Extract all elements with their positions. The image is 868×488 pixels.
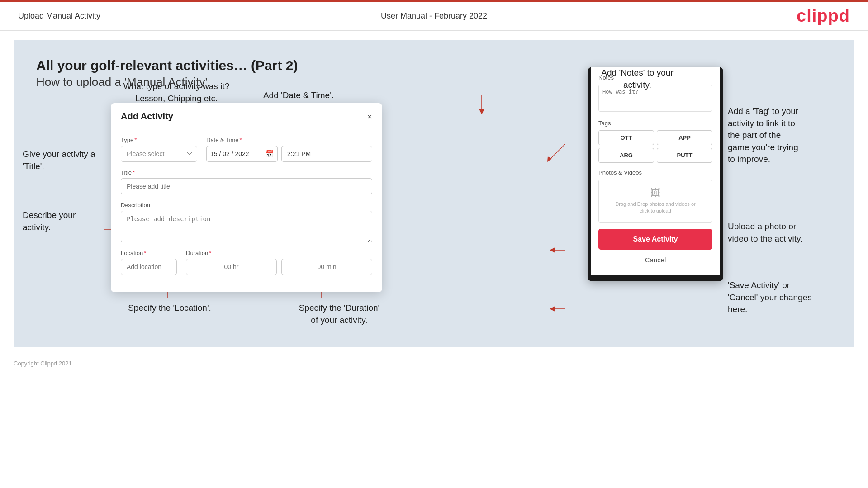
location-input[interactable] (121, 259, 177, 275)
cancel-button[interactable]: Cancel (598, 254, 712, 265)
add-activity-modal: Add Activity × Type* Please select Date … (111, 103, 382, 292)
photos-text: Drag and Drop photos and videos or click… (615, 201, 695, 215)
time-input[interactable] (281, 146, 372, 162)
tag-putt[interactable]: PUTT (657, 148, 712, 163)
ann-tag: Add a 'Tag' to your activity to link it … (728, 105, 845, 166)
datetime-label: Date & Time* (206, 137, 372, 143)
tag-app[interactable]: APP (657, 130, 712, 145)
manual-title: User Manual - February 2022 (381, 11, 487, 21)
ann-date-time: Add 'Date & Time'. (253, 90, 344, 102)
main-content: All your golf-relevant activities… (Part… (14, 40, 854, 347)
svg-marker-17 (550, 247, 555, 253)
phone-bottom-bar (588, 275, 723, 281)
ann-location: Specify the 'Location'. (120, 302, 219, 314)
phone-panel: Notes Tags OTT APP ARG PUTT Photos & Vid… (588, 67, 723, 281)
title-label: Title* (121, 169, 372, 176)
location-group: Location* (121, 250, 177, 275)
title-input[interactable] (121, 178, 372, 194)
ann-notes: Add 'Notes' to your activity. (592, 67, 683, 91)
svg-marker-13 (479, 109, 484, 114)
ann-activity-type: What type of activity was it? Lesson, Ch… (118, 81, 235, 104)
svg-marker-19 (550, 306, 555, 312)
duration-label: Duration* (186, 250, 372, 256)
ann-describe: Describe your activity. (23, 209, 104, 233)
duration-min-input[interactable] (281, 259, 372, 275)
type-select[interactable]: Please select (121, 146, 197, 162)
copyright-text: Copyright Clippd 2021 (14, 360, 72, 367)
tag-ott[interactable]: OTT (598, 130, 654, 145)
svg-line-14 (550, 144, 565, 160)
photos-label: Photos & Videos (598, 169, 712, 176)
logo: clippd (797, 6, 850, 26)
ann-save-cancel: 'Save Activity' or 'Cancel' your changes… (728, 280, 845, 316)
location-duration-row: Location* Duration* (121, 250, 372, 275)
datetime-group: Date & Time* 📅 (206, 137, 372, 162)
title-group: Title* (121, 169, 372, 194)
upload-icon: 🖼 (650, 187, 660, 199)
duration-hr-input[interactable] (186, 259, 277, 275)
tags-grid: OTT APP ARG PUTT (598, 130, 712, 163)
phone-inner: Notes Tags OTT APP ARG PUTT Photos & Vid… (591, 67, 720, 275)
footer: Copyright Clippd 2021 (0, 356, 868, 370)
type-group: Type* Please select (121, 137, 197, 162)
duration-inputs (186, 259, 372, 275)
description-label: Description (121, 202, 372, 208)
top-bar: Upload Manual Activity User Manual - Feb… (0, 0, 868, 31)
tags-label: Tags (598, 120, 712, 127)
duration-group: Duration* (186, 250, 372, 275)
ann-duration: Specify the 'Duration' of your activity. (280, 302, 398, 326)
photos-upload-area[interactable]: 🖼 Drag and Drop photos and videos or cli… (598, 180, 712, 223)
svg-marker-15 (547, 156, 552, 162)
description-input[interactable] (121, 211, 372, 242)
calendar-icon: 📅 (261, 150, 277, 158)
date-input-group: 📅 (206, 146, 278, 162)
modal-title: Add Activity (121, 111, 173, 122)
modal-body: Type* Please select Date & Time* 📅 (111, 128, 382, 292)
save-activity-button[interactable]: Save Activity (598, 229, 712, 250)
ann-photo: Upload a photo or video to the activity. (728, 221, 845, 245)
location-label: Location* (121, 250, 177, 256)
modal-header: Add Activity × (111, 103, 382, 128)
tag-arg[interactable]: ARG (598, 148, 654, 163)
type-datetime-row: Type* Please select Date & Time* 📅 (121, 137, 372, 162)
date-input[interactable] (207, 146, 261, 161)
page-title: Upload Manual Activity (18, 11, 100, 21)
ann-title: Give your activity a 'Title'. (23, 148, 113, 172)
type-label: Type* (121, 137, 197, 143)
description-group: Description (121, 202, 372, 242)
close-button[interactable]: × (367, 112, 372, 121)
